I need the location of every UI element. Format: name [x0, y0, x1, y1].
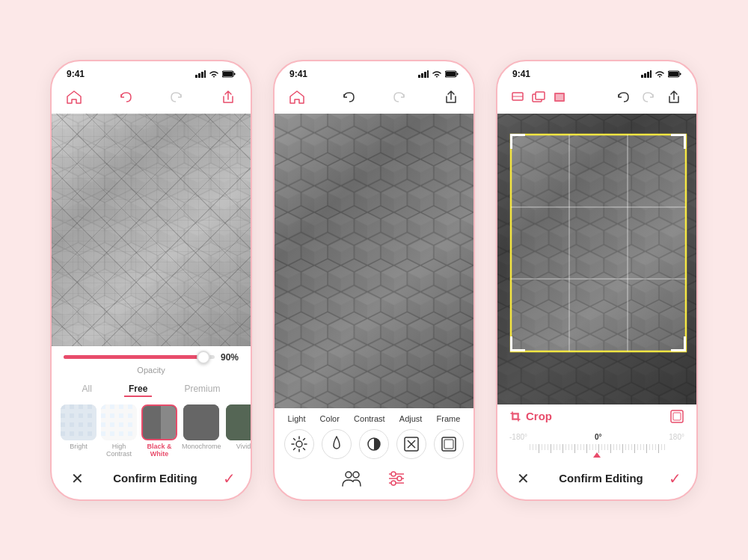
tab-all[interactable]: All — [78, 382, 96, 397]
tool-light-btn[interactable] — [284, 429, 314, 459]
frame-icon[interactable] — [669, 409, 684, 424]
wifi-icon-3 — [654, 70, 665, 78]
select-button[interactable] — [551, 87, 568, 108]
svg-rect-56 — [641, 75, 643, 78]
ruler-left: -180° — [509, 433, 527, 441]
undo-button-3[interactable] — [613, 87, 634, 108]
angle-ruler: -180° 0° 180° — [497, 428, 696, 461]
tool-color-btn[interactable] — [322, 429, 352, 459]
status-icons-1 — [195, 70, 236, 78]
svg-line-40 — [304, 438, 305, 440]
svg-rect-19 — [183, 404, 219, 440]
toolbar-2 — [275, 82, 473, 114]
ruler-center: 0° — [595, 433, 602, 441]
tool-color-label: Color — [320, 414, 340, 423]
filter-highcontrast[interactable]: High Contrast — [101, 404, 137, 458]
tool-frame-label: Frame — [437, 414, 461, 423]
filter-bright[interactable]: Bright — [61, 404, 96, 458]
sliders-icon-btn[interactable] — [386, 468, 407, 489]
svg-rect-18 — [143, 406, 161, 440]
tab-premium[interactable]: Premium — [180, 382, 224, 397]
battery-icon-1 — [222, 70, 236, 78]
tab-free[interactable]: Free — [124, 382, 152, 397]
filter-mono[interactable]: Monochrome — [182, 404, 221, 458]
tool-adjust-btn[interactable] — [396, 429, 426, 459]
slider-row-1: 90% — [64, 352, 239, 363]
svg-rect-11 — [52, 114, 251, 346]
bottom-bar-1: ✕ Confirm Editing ✓ — [52, 461, 251, 499]
share-button-2[interactable] — [441, 87, 462, 108]
svg-rect-20 — [226, 404, 251, 440]
main-image-2 — [275, 114, 473, 408]
crop-title: Crop — [526, 410, 552, 422]
svg-rect-3 — [204, 70, 206, 78]
tool-adjust-label: Adjust — [399, 414, 423, 423]
main-image-3 — [497, 114, 696, 404]
toolbar-1 — [52, 82, 251, 114]
svg-point-55 — [391, 481, 396, 485]
svg-rect-89 — [684, 336, 686, 351]
ruler-track[interactable] — [503, 443, 690, 458]
svg-line-41 — [294, 448, 295, 449]
share-button-1[interactable] — [218, 87, 239, 108]
svg-rect-59 — [650, 70, 652, 78]
redo-button-2[interactable] — [389, 87, 410, 108]
filter-bw[interactable]: Black & White — [141, 404, 177, 458]
time-3: 9:41 — [512, 69, 530, 79]
opacity-label: Opacity — [64, 366, 239, 375]
wifi-icon-2 — [432, 70, 442, 78]
confirm-button-1[interactable]: ✓ — [223, 470, 236, 487]
phone-crop: 9:41 — [496, 60, 698, 501]
tool-light-label: Light — [288, 414, 306, 423]
status-bar-3: 9:41 — [497, 61, 696, 82]
home-button-1[interactable] — [64, 87, 85, 108]
svg-rect-0 — [195, 75, 197, 78]
ruler-labels: -180° 0° 180° — [497, 433, 696, 441]
tool-frame-btn[interactable] — [434, 429, 464, 459]
status-icons-3 — [641, 70, 681, 78]
svg-rect-66 — [536, 92, 545, 99]
svg-rect-1 — [198, 73, 200, 78]
opacity-slider-track[interactable] — [64, 355, 215, 359]
building-photo-1 — [52, 114, 251, 346]
svg-rect-22 — [421, 73, 423, 78]
crop-icon — [509, 410, 521, 422]
svg-point-54 — [397, 476, 402, 481]
wifi-icon-1 — [209, 70, 219, 78]
confirm-button-3[interactable]: ✓ — [669, 470, 681, 487]
edit-tools-icons — [275, 426, 473, 462]
layers-button[interactable] — [509, 87, 526, 108]
undo-button-2[interactable] — [338, 87, 359, 108]
cancel-button-1[interactable]: ✕ — [67, 468, 88, 489]
redo-button-1[interactable] — [166, 87, 187, 108]
phone-tools: 9:41 — [273, 60, 475, 501]
status-bar-2: 9:41 — [275, 61, 473, 82]
opacity-value: 90% — [221, 352, 239, 363]
redo-button-3[interactable] — [638, 87, 659, 108]
svg-rect-27 — [457, 73, 459, 75]
status-bar-1: 9:41 — [52, 61, 251, 82]
people-icon-btn[interactable] — [341, 468, 362, 489]
home-button-2[interactable] — [286, 87, 307, 108]
undo-button-1[interactable] — [115, 87, 136, 108]
share-button-3[interactable] — [663, 87, 684, 108]
slider-thumb[interactable] — [197, 351, 210, 364]
filter-bw-label: Black & White — [141, 443, 177, 458]
filter-mono-thumb — [183, 404, 219, 440]
svg-rect-2 — [201, 72, 203, 78]
crop-title-row: Crop — [509, 410, 552, 422]
phones-container: 9:41 — [50, 60, 698, 501]
svg-rect-85 — [684, 134, 686, 149]
bottom-bar-3: ✕ Confirm Editing ✓ — [497, 461, 696, 499]
crop-header: Crop — [497, 404, 696, 428]
svg-rect-26 — [446, 72, 456, 76]
toolbar-left-3 — [509, 87, 568, 108]
cancel-button-3[interactable]: ✕ — [512, 468, 533, 489]
tool-contrast-btn[interactable] — [359, 429, 389, 459]
svg-rect-32 — [275, 114, 473, 408]
slider-fill — [64, 355, 200, 359]
filter-vivid[interactable]: Vivid — [226, 404, 251, 458]
svg-rect-16 — [101, 404, 137, 440]
svg-rect-23 — [424, 72, 426, 78]
duplicate-button[interactable] — [530, 87, 547, 108]
